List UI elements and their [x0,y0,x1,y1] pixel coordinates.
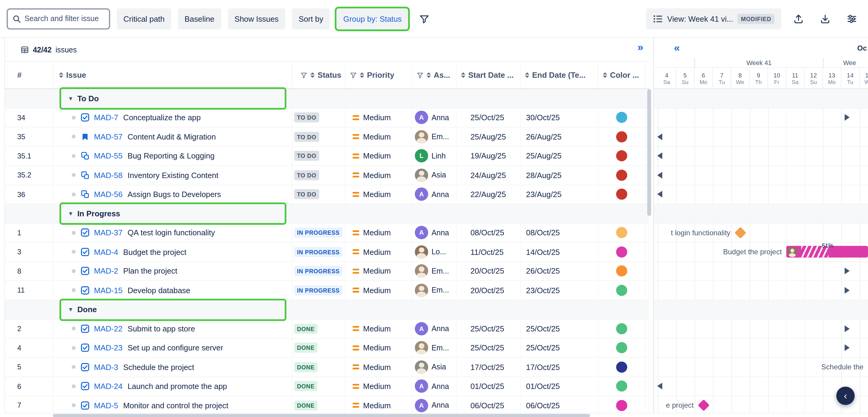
status-badge[interactable]: TO DO [294,151,319,161]
offscreen-bar-left-arrow[interactable] [657,172,662,178]
sort-icon[interactable] [603,72,607,78]
chevron-down-icon[interactable]: ▾ [69,305,72,314]
table-row[interactable]: 4MAD-23Set up and configure serverDONEMe… [5,338,649,358]
table-row[interactable]: 11MAD-15Develop databaseIN PROGRESSMediu… [5,281,649,300]
column-header-color[interactable]: Color ... [598,62,646,89]
column-header-assignee[interactable]: As... [412,62,457,89]
sort-by-button[interactable]: Sort by [292,8,330,29]
drag-handle[interactable] [72,269,75,273]
upload-button[interactable] [789,8,808,29]
settings-button[interactable] [842,8,861,29]
issue-key-link[interactable]: MAD-2 [94,267,118,276]
table-row[interactable]: 34MAD-7Conceptualize the appTO DOMediumA… [5,108,649,127]
status-badge[interactable]: DONE [294,324,317,333]
table-row[interactable]: 3MAD-4Budget the projectIN PROGRESSMediu… [5,242,649,262]
color-dot[interactable] [616,246,627,257]
color-dot[interactable] [616,150,627,161]
issue-key-link[interactable]: MAD-7 [94,113,118,122]
sort-icon[interactable] [461,72,466,78]
status-badge[interactable]: DONE [294,381,317,391]
table-row[interactable]: 8MAD-2Plan the projectIN PROGRESSMediumE… [5,262,649,281]
status-badge[interactable]: TO DO [294,112,319,122]
group-header-row[interactable]: ▾Done [5,300,649,319]
column-header-start[interactable]: Start Date ... [457,62,521,89]
status-badge[interactable]: TO DO [294,189,319,199]
color-dot[interactable] [616,131,627,142]
drag-handle[interactable] [72,135,75,139]
issue-key-link[interactable]: MAD-57 [94,132,123,141]
drag-handle[interactable] [72,116,75,120]
table-row[interactable]: 35.2MAD-58Inventory Existing ContentTO D… [5,166,649,185]
column-header-issue[interactable]: Issue [53,62,292,89]
drag-handle[interactable] [72,250,75,254]
color-dot[interactable] [616,400,627,411]
drag-handle[interactable] [72,288,75,292]
column-header-end[interactable]: End Date (Te... [521,62,598,89]
filter-icon[interactable] [300,71,308,79]
download-button[interactable] [815,8,835,29]
drag-handle[interactable] [72,192,75,196]
group-header-row[interactable]: ▾To Do [5,89,649,108]
status-badge[interactable]: IN PROGRESS [294,285,342,295]
sort-icon[interactable] [427,72,431,78]
search-input[interactable] [24,14,104,23]
column-header-priority[interactable]: Priority [345,62,412,89]
color-dot[interactable] [616,170,627,181]
issue-key-link[interactable]: MAD-55 [94,152,123,160]
milestone-diamond[interactable] [735,227,746,239]
baseline-button[interactable]: Baseline [178,8,221,29]
color-dot[interactable] [616,189,627,200]
color-dot[interactable] [616,285,627,296]
status-badge[interactable]: DONE [294,362,317,372]
drag-handle[interactable] [72,231,75,235]
sort-icon[interactable] [360,72,365,78]
drag-handle[interactable] [72,327,75,330]
horizontal-scrollbar-thumb[interactable] [53,414,590,417]
table-row[interactable]: 1MAD-37QA test login functionalityIN PRO… [5,223,649,242]
color-dot[interactable] [616,112,627,123]
status-badge[interactable]: TO DO [294,170,319,180]
filter-icon[interactable] [350,71,357,79]
offscreen-bar-right-arrow[interactable] [844,268,849,274]
status-badge[interactable]: DONE [294,343,317,353]
search-box[interactable] [7,8,110,29]
sort-icon[interactable] [310,72,315,78]
issue-key-link[interactable]: MAD-23 [94,344,123,353]
status-badge[interactable]: IN PROGRESS [294,228,342,238]
offscreen-bar-right-arrow[interactable] [844,114,849,121]
table-row[interactable]: 7MAD-5Monitor and control the projectDON… [5,396,649,416]
offscreen-bar-left-arrow[interactable] [657,191,662,198]
vertical-scrollbar[interactable] [647,89,652,413]
table-row[interactable]: 2MAD-22Submit to app storeDONEMediumAAnn… [5,319,649,339]
drag-handle[interactable] [72,365,75,369]
status-badge[interactable]: DONE [294,400,317,410]
critical-path-button[interactable]: Critical path [117,8,172,29]
column-header-num[interactable]: # [5,62,54,89]
horizontal-scrollbar[interactable] [4,413,868,417]
issue-key-link[interactable]: MAD-37 [94,228,123,237]
offscreen-bar-right-arrow[interactable] [844,345,849,351]
group-header-row[interactable]: ▾In Progress [5,204,649,224]
issue-key-link[interactable]: MAD-15 [94,286,123,295]
color-dot[interactable] [616,323,627,334]
offscreen-bar-left-arrow[interactable] [657,383,662,390]
sort-icon[interactable] [525,72,529,78]
drag-handle[interactable] [72,346,75,350]
table-row[interactable]: 5MAD-3Schedule the projectDONEMediumAsia… [5,358,649,377]
table-row[interactable]: 6MAD-24Launch and promote the appDONEMed… [5,377,649,396]
drag-handle[interactable] [72,384,75,388]
offscreen-bar-right-arrow[interactable] [844,325,849,332]
status-badge[interactable]: IN PROGRESS [294,266,342,276]
offscreen-bar-left-arrow[interactable] [657,133,662,140]
color-dot[interactable] [616,342,627,353]
chevron-down-icon[interactable]: ▾ [69,94,72,102]
table-row[interactable]: 35.1MAD-55Bug Reporting & LoggingTO DOMe… [5,146,649,166]
table-row[interactable]: 36MAD-56Assign Bugs to DevelopersTO DOMe… [5,185,649,204]
group-by-button[interactable]: Group by: Status [337,8,408,29]
drag-handle[interactable] [72,404,75,407]
color-dot[interactable] [616,381,627,392]
issue-key-link[interactable]: MAD-4 [94,247,118,257]
vertical-scrollbar-thumb[interactable] [647,89,651,216]
issue-key-link[interactable]: MAD-22 [94,324,123,333]
filter-icon[interactable] [416,71,424,79]
